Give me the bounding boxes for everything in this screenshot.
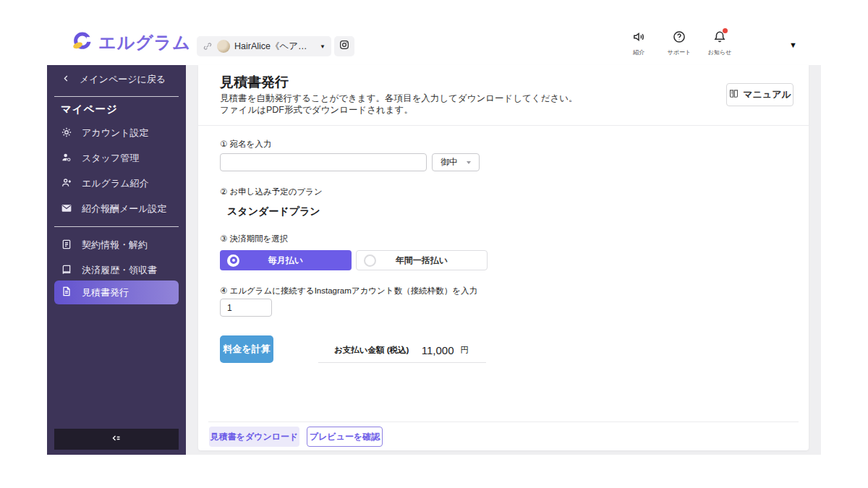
gear-icon — [61, 127, 72, 140]
sidebar-divider — [54, 226, 179, 227]
account-count-input[interactable] — [220, 299, 272, 317]
honorific-value: 御中 — [441, 156, 458, 168]
sidebar-item-label: 見積書発行 — [82, 286, 129, 299]
payment-amount: 11,000 — [422, 344, 454, 356]
sidebar-item-label: アカウント設定 — [82, 127, 149, 140]
referral-label: 紹介 — [633, 48, 644, 56]
page: エルグラム HairAlice《ヘアアリス… ▼ — [0, 0, 868, 488]
step1-label: ① 宛名を入力 — [220, 139, 271, 150]
preview-button[interactable]: プレビューを確認 — [307, 427, 383, 447]
calculate-price-button[interactable]: 料金を計算 — [220, 335, 273, 363]
referral-button[interactable]: 紹介 — [622, 30, 655, 56]
support-label: サポート — [668, 48, 692, 56]
sidebar-back-to-main[interactable]: メインページに戻る — [61, 72, 166, 87]
step2-label: ② お申し込み予定のプラン — [220, 187, 323, 197]
sidebar-item-contract-info[interactable]: 契約情報・解約 — [61, 238, 148, 252]
manual-button-label: マニュアル — [743, 88, 791, 101]
sidebar-item-payment-history[interactable]: 決済履歴・領収書 — [61, 263, 157, 278]
sidebar-item-referral-mail-settings[interactable]: 紹介報酬メール設定 — [61, 202, 167, 216]
header: エルグラム HairAlice《ヘアアリス… ▼ — [47, 22, 821, 65]
sidebar-collapse-button[interactable] — [54, 429, 179, 450]
mail-icon — [61, 202, 72, 216]
plan-value: スタンダードプラン — [227, 205, 320, 218]
sidebar-item-label: エルグラム紹介 — [82, 177, 149, 190]
sidebar: メインページに戻る マイページ アカウント設定 スタッフ管理 — [47, 65, 186, 455]
sidebar-item-invoice-issue-active[interactable]: 見積書発行 — [54, 281, 179, 304]
account-name: HairAlice《ヘアアリス… — [234, 40, 315, 53]
invoice-icon — [61, 286, 72, 299]
link-icon — [203, 41, 213, 51]
download-invoice-button[interactable]: 見積書をダウンロード — [209, 427, 299, 447]
receipt-icon — [61, 264, 72, 278]
account-avatar — [217, 40, 230, 53]
chevron-down-icon — [467, 161, 471, 164]
sidebar-item-account-settings[interactable]: アカウント設定 — [61, 126, 149, 140]
footer-divider — [208, 421, 799, 422]
logo-text: エルグラム — [98, 31, 191, 54]
notifications-label: お知らせ — [708, 48, 732, 56]
contract-icon — [61, 239, 72, 252]
sidebar-item-staff-management[interactable]: スタッフ管理 — [61, 151, 139, 166]
payment-total-row: お支払い金額 (税込) 11,000 円 — [318, 338, 486, 363]
radio-selected-icon — [227, 254, 239, 267]
radio-unselected-icon — [364, 254, 376, 267]
account-caret-icon: ▼ — [320, 43, 326, 50]
book-icon — [728, 88, 739, 101]
app-logo[interactable]: エルグラム — [71, 30, 191, 55]
billing-option-yearly[interactable]: 年間一括払い — [356, 250, 488, 270]
notification-badge — [723, 28, 728, 33]
payment-label: お支払い金額 (税込) — [334, 345, 409, 356]
chevron-left-icon — [61, 74, 71, 85]
header-icon-group: 紹介 サポート — [622, 30, 736, 56]
manual-button[interactable]: マニュアル — [726, 83, 793, 106]
main-area: 見積書発行 見積書を自動発行することができます。各項目を入力してダウンロードして… — [186, 65, 821, 455]
sidebar-item-label: スタッフ管理 — [82, 152, 139, 165]
card-divider — [198, 125, 809, 126]
notifications-button[interactable]: お知らせ — [703, 30, 736, 56]
billing-yearly-label: 年間一括払い — [376, 254, 467, 267]
support-button[interactable]: サポート — [663, 30, 696, 56]
sidebar-item-label: 紹介報酬メール設定 — [82, 202, 167, 215]
account-selector[interactable]: HairAlice《ヘアアリス… ▼ — [197, 36, 331, 56]
help-icon — [672, 30, 686, 47]
instagram-button[interactable] — [334, 36, 354, 56]
megaphone-icon — [631, 30, 646, 47]
person-add-icon — [61, 177, 72, 191]
page-description: 見積書を自動発行することができます。各項目を入力してダウンロードしてください。 … — [220, 93, 578, 116]
sidebar-item-label: 契約情報・解約 — [82, 239, 148, 252]
billing-monthly-label: 毎月払い — [239, 254, 332, 267]
sidebar-section-title: マイページ — [61, 103, 118, 116]
step4-label: ④ エルグラムに接続するInstagramアカウント数（接続枠数）を入力 — [220, 286, 477, 296]
description-line-1: 見積書を自動発行することができます。各項目を入力してダウンロードしてください。 — [220, 93, 578, 104]
step3-label: ③ 決済期間を選択 — [220, 234, 288, 244]
billing-option-monthly[interactable]: 毎月払い — [220, 250, 352, 270]
sidebar-item-elgram-referral[interactable]: エルグラム紹介 — [61, 176, 149, 191]
back-label: メインページに戻る — [80, 73, 166, 86]
payment-unit: 円 — [461, 345, 469, 356]
sidebar-divider — [54, 96, 179, 97]
logo-icon — [71, 30, 93, 55]
sidebar-item-label: 決済履歴・領収書 — [82, 264, 157, 277]
page-title: 見積書発行 — [220, 73, 289, 92]
instagram-icon — [339, 39, 350, 53]
header-caret-icon[interactable]: ▼ — [789, 40, 797, 49]
recipient-input[interactable] — [220, 153, 427, 171]
staff-icon — [61, 152, 72, 166]
description-line-2: ファイルはPDF形式でダウンロードされます。 — [220, 104, 578, 116]
content-card: 見積書発行 見積書を自動発行することができます。各項目を入力してダウンロードして… — [198, 65, 809, 450]
honorific-select[interactable]: 御中 — [432, 153, 480, 171]
collapse-sidebar-icon — [110, 432, 123, 448]
